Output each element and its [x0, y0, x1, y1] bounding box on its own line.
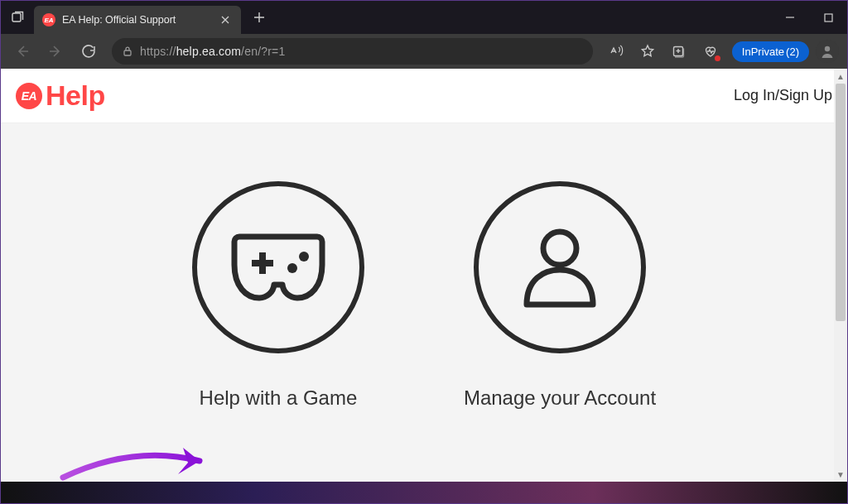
favorites-star-button[interactable] [633, 36, 662, 66]
scroll-up-button[interactable]: ▲ [834, 69, 847, 84]
scroll-track[interactable] [836, 84, 846, 467]
inprivate-label: InPrivate [742, 46, 784, 58]
scroll-down-button[interactable]: ▼ [834, 467, 847, 482]
svg-point-4 [825, 46, 830, 51]
option-help-with-game[interactable]: Help with a Game [192, 181, 364, 410]
browser-titlebar: EA EA Help: Official Support [1, 1, 847, 34]
option-manage-account[interactable]: Manage your Account [464, 181, 656, 410]
nav-back-button[interactable] [7, 36, 37, 66]
nav-refresh-button[interactable] [74, 36, 104, 66]
page-viewport: EA Help Log In/Sign Up Hel [1, 69, 847, 482]
ea-logo-icon: EA [16, 83, 42, 109]
svg-point-7 [299, 252, 309, 262]
inprivate-count: (2) [786, 46, 799, 58]
hero-section: Help with a Game Manage your Account [1, 123, 847, 482]
brand-word: Help [46, 79, 105, 112]
inprivate-indicator[interactable]: InPrivate (2) [732, 41, 809, 62]
tab-title: EA Help: Official Support [62, 14, 211, 26]
svg-point-8 [287, 263, 297, 273]
annotation-arrow-icon [59, 436, 224, 482]
site-header: EA Help Log In/Sign Up [1, 69, 847, 123]
browser-tab[interactable]: EA EA Help: Official Support [34, 6, 241, 34]
collections-button[interactable] [664, 36, 694, 66]
scroll-thumb[interactable] [836, 84, 846, 321]
option-label-game: Help with a Game [200, 386, 358, 410]
svg-rect-2 [124, 50, 131, 55]
address-bar[interactable]: https://help.ea.com/en/?r=1 [112, 38, 593, 65]
option-label-account: Manage your Account [464, 386, 656, 410]
url-text: https://help.ea.com/en/?r=1 [140, 45, 285, 58]
nav-forward-button[interactable] [41, 36, 70, 66]
tab-actions-button[interactable] [1, 1, 34, 34]
new-tab-button[interactable] [246, 4, 272, 31]
window-minimize-button[interactable] [771, 1, 809, 34]
svg-rect-6 [259, 252, 266, 274]
window-maximize-button[interactable] [809, 1, 847, 34]
page-bottom-strip [1, 482, 847, 503]
svg-point-9 [543, 232, 576, 265]
browser-essentials-button[interactable] [696, 36, 725, 66]
browser-toolbar: https://help.ea.com/en/?r=1 InPrivate (2… [1, 34, 847, 69]
window-controls [771, 1, 847, 34]
vertical-scrollbar[interactable]: ▲ ▼ [834, 69, 847, 482]
gamepad-icon [192, 181, 364, 353]
svg-rect-1 [825, 14, 832, 22]
ea-help-logo[interactable]: EA Help [16, 79, 105, 112]
site-info-lock-icon[interactable] [122, 46, 133, 57]
read-aloud-button[interactable] [601, 36, 631, 66]
url-host: help.ea.com [176, 45, 241, 58]
login-signup-link[interactable]: Log In/Sign Up [734, 87, 832, 104]
tab-close-button[interactable] [218, 12, 233, 27]
tab-favicon-ea-icon: EA [42, 13, 55, 26]
person-icon [474, 181, 646, 353]
profile-button[interactable] [816, 40, 839, 63]
url-scheme: https:// [140, 45, 176, 58]
svg-rect-0 [12, 13, 21, 22]
url-path: /en/?r=1 [241, 45, 285, 58]
